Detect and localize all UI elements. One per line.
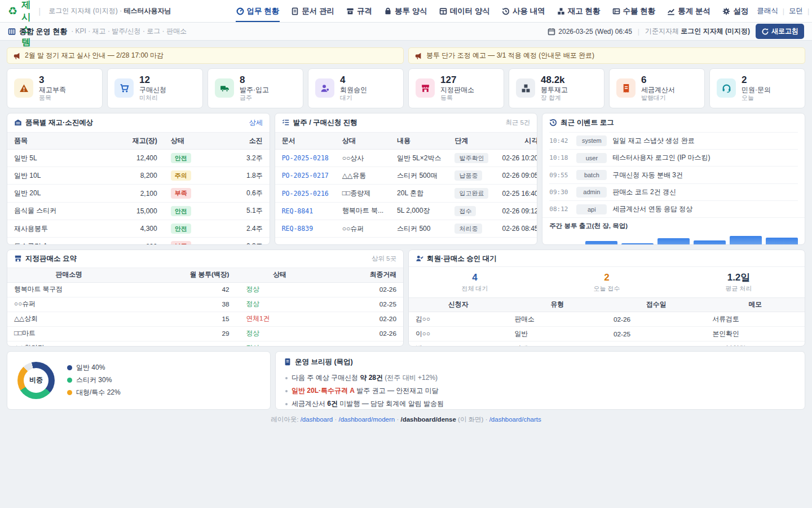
status-badge: 안전	[171, 153, 191, 163]
doc-link[interactable]: REQ-8841	[282, 207, 313, 215]
gear-icon	[722, 7, 730, 15]
table-row[interactable]: 일반 20L2,100부족0.6주	[7, 185, 270, 202]
nav-usage-history[interactable]: 사용 내역	[501, 1, 546, 22]
status-badge: 안전	[171, 206, 191, 216]
notice-banner: 봉투 단가 조정 예고 — 3/1 적용 예정 (안내문 배포 완료)	[408, 47, 805, 64]
table-row[interactable]: 이○○일반02-25본인확인	[409, 327, 805, 341]
stat-today-received: 2오늘 접수	[541, 272, 673, 293]
brand[interactable]: ♻ 종량제 시스템	[8, 0, 30, 49]
table-row[interactable]: REQ-8841행복마트 북...5L 2,000장접수02-26 09:12	[275, 202, 538, 220]
nav-transfers[interactable]: 수불 현황	[612, 1, 656, 22]
nav-settings[interactable]: 설정	[722, 1, 749, 22]
footer-link-charts[interactable]: /dashboard/charts	[489, 416, 541, 423]
warehouse-icon	[14, 119, 22, 126]
log-row: 10:42system일일 재고 스냅샷 생성 완료	[549, 132, 798, 149]
kpi-orders-inbound[interactable]: 8발주·입고금주	[208, 68, 303, 108]
seller-status: 정상	[246, 344, 260, 347]
seller-status: 연체1건	[246, 314, 270, 322]
kpi-bag-inventory[interactable]: 48.2k봉투재고장 합계	[509, 68, 604, 108]
donut-center-label: 비중	[17, 362, 55, 399]
table-row[interactable]: 음식물 스티커15,000안전5.1주	[7, 202, 270, 220]
nav-inventory[interactable]: 재고 현황	[557, 1, 601, 22]
table-row[interactable]: 일반 5L12,400안전3.2주	[7, 149, 270, 167]
legend-item: 스티커 30%	[67, 375, 121, 385]
legend-item: 일반 40%	[67, 363, 121, 373]
nav-bag-forms[interactable]: 봉투 양식	[383, 1, 428, 22]
stock-panel: 품목별 재고·소진예상 상세 품목 재고(장) 상태 소진 일반 5L12,40…	[7, 113, 270, 245]
calendar-icon	[548, 28, 555, 36]
kpi-tax-invoices[interactable]: 6세금계산서발행대기	[609, 68, 705, 108]
table-row[interactable]: □□마트29정상02-26	[7, 326, 403, 341]
orders-panel: 발주 / 구매신청 진행 최근 5건 문서 상대 내용 단계 시각 PO-202…	[275, 113, 538, 245]
megaphone-icon	[414, 52, 422, 60]
nav-data-forms[interactable]: 데이터 양식	[439, 1, 491, 22]
share-panel: 비중 일반 40% 스티커 30% 대형/특수 22%	[7, 351, 271, 410]
app-title: 종량제 시스템	[21, 0, 30, 49]
user-name: 테스터사용자님	[124, 7, 171, 15]
table-row[interactable]: 김○○판매소02-26서류검토	[409, 312, 805, 327]
table-row[interactable]: 행복마트 북구점42정상02-26	[7, 282, 403, 297]
event-log-panel: 최근 이벤트 로그 10:42system일일 재고 스냅샷 생성 완료 10:…	[542, 113, 805, 245]
stock-panel-title: 품목별 재고·소진예상	[14, 118, 93, 128]
briefing-item: 세금계산서 6건 미발행 — 담당 회계에 알림 발송됨	[284, 397, 797, 410]
layout-link-modern[interactable]: 모던	[789, 6, 803, 16]
doc-link[interactable]: PO-2025-0218	[282, 154, 329, 162]
approval-panel: 회원·판매소 승인 대기 4전체 대기 2오늘 접수 1.2일평균 처리 신청자…	[408, 249, 805, 347]
doc-link[interactable]: PO-2025-0216	[282, 190, 329, 198]
log-tag: user	[576, 153, 607, 163]
table-icon	[439, 7, 447, 15]
table-row[interactable]: 특수규격 A890부족0.3주	[7, 238, 270, 245]
kpi-designated-sellers[interactable]: 127지정판매소등록	[408, 68, 504, 108]
stat-avg-processing: 1.2일평균 처리	[673, 272, 805, 293]
orders-panel-title: 발주 / 구매신청 진행	[282, 118, 358, 128]
table-row[interactable]: 박○○판매소02-25주소불일치	[409, 341, 805, 347]
bag-icon	[384, 7, 392, 15]
refresh-icon	[761, 28, 769, 36]
seller-status: 정상	[246, 329, 260, 337]
log-row: 10:18user테스터사용자 로그인 (IP 마스킹)	[549, 149, 798, 166]
stock-detail-link[interactable]: 상세	[249, 118, 263, 128]
doc-link[interactable]: PO-2025-0217	[282, 172, 329, 179]
truck-icon	[220, 84, 230, 93]
status-badge: 주의	[171, 170, 191, 181]
kpi-complaints[interactable]: 2민원·문의오늘	[709, 68, 805, 108]
layout-footer: 레이아웃: /dashboard · /dashboard/modern · /…	[7, 415, 805, 424]
table-row[interactable]: PO-2025-0216□□종량제20L 혼합입고완료02-25 16:40	[275, 185, 538, 202]
weekly-bar	[585, 241, 617, 245]
doc-link[interactable]: REQ-8839	[282, 225, 313, 233]
table-row[interactable]: △△상회15연체1건02-20	[7, 312, 403, 326]
nav-specs[interactable]: 규격	[346, 1, 373, 22]
kpi-purchase-requests[interactable]: 12구매신청미처리	[107, 68, 203, 108]
weekly-bar	[694, 240, 726, 245]
table-row[interactable]: PO-2025-0217△△유통스티커 500매납품중02-26 09:05	[275, 167, 538, 185]
weekly-chart-title: 주간 봉투 출고(천 장, 목업)	[549, 222, 798, 230]
nav-documents[interactable]: 문서 관리	[290, 1, 335, 22]
refresh-button[interactable]: 새로고침	[756, 24, 804, 39]
event-log-title: 최근 이벤트 로그	[549, 118, 614, 128]
table-row[interactable]: ◇◇할인점51정상02-26	[7, 341, 403, 347]
legend-dot	[67, 378, 72, 383]
approval-stats: 4전체 대기 2오늘 접수 1.2일평균 처리	[409, 266, 805, 298]
table-row[interactable]: 재사용봉투4,300안전2.4주	[7, 220, 270, 238]
table-row[interactable]: ○○슈퍼38정상02-25	[7, 297, 403, 312]
nav-statistics[interactable]: 통계 분석	[667, 1, 711, 22]
kpi-member-approval[interactable]: 4회원승인대기	[308, 68, 404, 108]
receipt-icon	[621, 84, 631, 93]
nav-work-status[interactable]: 업무 현황	[236, 1, 280, 22]
footer-link-dashboard[interactable]: /dashboard	[301, 416, 333, 423]
kpi-low-stock[interactable]: 3재고부족품목	[7, 68, 103, 108]
sellers-panel: 지정판매소 요약 상위 5곳 판매소명 월 봉투(백장) 상태 최종거래 행복마…	[7, 249, 404, 347]
table-row[interactable]: REQ-8839○○슈퍼스티커 500처리중02-26 08:45	[275, 220, 538, 238]
briefing-list: 다음 주 예상 구매신청 약 28건 (전주 대비 +12%) 일반 20L·특…	[284, 371, 797, 410]
page-toolbar: 종합 운영 현황 · KPI · 재고 · 발주/신청 · 로그 · 판매소 2…	[0, 23, 812, 41]
table-row[interactable]: PO-2025-0218○○상사일반 5L×2박스발주확인02-26 10:20	[275, 149, 538, 167]
layout-link-classic[interactable]: 클래식	[757, 6, 778, 16]
table-row[interactable]: 일반 10L8,200주의1.8주	[7, 167, 270, 185]
footer-link-modern[interactable]: /dashboard/modern	[338, 416, 395, 423]
legend-item: 대형/특수 22%	[67, 388, 121, 397]
user-context: 로그인 지자체 (미지정) · 테스터사용자님	[48, 6, 171, 16]
cubes-icon	[557, 7, 565, 15]
footer-current-layout: /dashboard/dense	[400, 416, 456, 423]
event-log-list: 10:42system일일 재고 스냅샷 생성 완료 10:18user테스터사…	[542, 132, 805, 217]
weekly-bar	[766, 238, 798, 245]
